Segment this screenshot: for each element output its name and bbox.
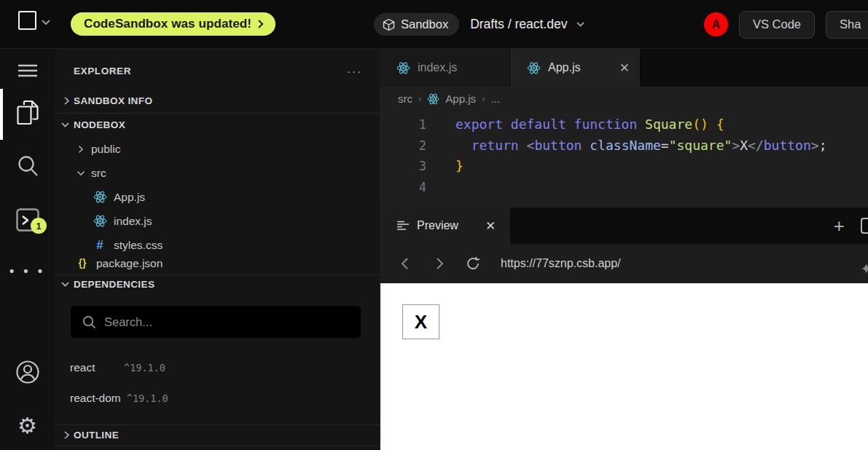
explorer-more-button[interactable]: ··· bbox=[347, 65, 362, 77]
code-editor[interactable]: 1export default function Square() {2 ret… bbox=[380, 111, 868, 218]
tab-label: App.js bbox=[548, 61, 580, 74]
dependency-version: ^19.1.0 bbox=[124, 362, 165, 374]
search-view-button[interactable] bbox=[0, 149, 55, 183]
sparkle-icon[interactable]: ✦ bbox=[860, 260, 868, 277]
chevron-right-icon bbox=[60, 96, 72, 106]
terminal-count-badge: 1 bbox=[31, 218, 47, 234]
search-placeholder: Search... bbox=[104, 315, 152, 329]
chevron-left-icon bbox=[401, 257, 409, 270]
chevron-right-icon bbox=[60, 430, 72, 440]
section-outline[interactable]: OUTLINE bbox=[55, 425, 380, 446]
chevron-right-icon bbox=[75, 145, 87, 154]
vs-code-button[interactable]: VS Code bbox=[739, 11, 815, 39]
chevron-down-icon bbox=[59, 122, 71, 128]
terminal-view-button[interactable] bbox=[0, 203, 55, 237]
react-icon bbox=[93, 215, 107, 227]
menu-button[interactable] bbox=[0, 54, 55, 87]
editor-tab-strip: index.jsApp.js✕ bbox=[380, 49, 868, 87]
refresh-icon bbox=[466, 256, 480, 271]
json-icon: {} bbox=[79, 257, 87, 269]
breadcrumb[interactable]: src › App.js › ... bbox=[380, 87, 868, 111]
react-icon bbox=[396, 62, 410, 74]
sandbox-badge[interactable]: Sandbox bbox=[374, 13, 459, 36]
gear-icon: ⚙ bbox=[17, 413, 37, 438]
preview-console-icon bbox=[397, 221, 409, 231]
sandbox-badge-label: Sandbox bbox=[401, 17, 448, 31]
preview-square-button[interactable]: X bbox=[402, 304, 439, 339]
dependency-name: react bbox=[70, 361, 118, 374]
chevron-down-icon[interactable] bbox=[41, 19, 51, 25]
preview-url-bar: https://77sznp.csb.app/ ✦ bbox=[380, 244, 868, 283]
back-button[interactable] bbox=[397, 257, 412, 270]
tree-item-label: package.json bbox=[96, 257, 163, 270]
editor-tab-index-js[interactable]: index.js bbox=[380, 49, 510, 87]
add-preview-button[interactable]: + bbox=[834, 216, 845, 235]
explorer-view-button[interactable] bbox=[0, 96, 55, 130]
react-icon bbox=[427, 93, 439, 105]
tree-item-label: src bbox=[91, 167, 106, 180]
preview-tab-strip: Preview ✕ + bbox=[380, 208, 868, 244]
chevron-right-icon bbox=[436, 257, 444, 270]
editor-tab-App-js[interactable]: App.js✕ bbox=[510, 49, 641, 87]
chevron-right-icon: › bbox=[418, 93, 421, 104]
preview-viewport: X bbox=[380, 283, 868, 450]
section-nodebox[interactable]: NODEBOX bbox=[55, 113, 380, 137]
css-icon: # bbox=[96, 238, 103, 253]
share-button[interactable]: Sha bbox=[826, 11, 868, 39]
search-icon bbox=[82, 315, 96, 329]
react-icon bbox=[93, 191, 107, 203]
update-banner[interactable]: CodeSandbox was updated! bbox=[71, 12, 275, 36]
tree-item-App-js[interactable]: App.js bbox=[55, 185, 380, 209]
tree-item-label: styles.css bbox=[114, 239, 163, 252]
section-sandbox-info[interactable]: SANDBOX INFO bbox=[55, 89, 380, 113]
tree-item-public[interactable]: public bbox=[55, 137, 380, 161]
account-icon bbox=[15, 360, 40, 384]
code-line-1: 1export default function Square() { bbox=[380, 114, 868, 135]
settings-button[interactable]: ⚙ bbox=[0, 408, 55, 442]
chevron-right-icon: › bbox=[482, 93, 485, 104]
close-icon[interactable]: ✕ bbox=[485, 218, 496, 234]
tree-item-src[interactable]: src bbox=[55, 161, 380, 185]
line-number: 2 bbox=[380, 135, 426, 157]
explorer-title: EXPLORER bbox=[74, 66, 347, 76]
workspace-breadcrumb[interactable]: Drafts / react.dev bbox=[470, 17, 585, 32]
files-icon bbox=[17, 100, 39, 125]
tree-item-index-js[interactable]: index.js bbox=[55, 209, 380, 233]
line-number: 1 bbox=[380, 114, 426, 135]
avatar[interactable]: A bbox=[704, 12, 728, 36]
codesandbox-logo[interactable] bbox=[18, 11, 36, 30]
code-line-3: 3} bbox=[380, 156, 868, 177]
forward-button[interactable] bbox=[432, 257, 447, 270]
chevron-down-icon bbox=[576, 21, 585, 28]
hamburger-icon bbox=[18, 64, 37, 77]
line-number: 4 bbox=[380, 177, 426, 198]
section-dependencies[interactable]: DEPENDENCIES bbox=[55, 275, 380, 294]
line-number: 3 bbox=[380, 156, 426, 177]
more-views-button[interactable]: • • • bbox=[0, 254, 55, 288]
react-icon bbox=[527, 62, 541, 74]
tree-item-styles-css[interactable]: #styles.css bbox=[55, 233, 380, 257]
search-icon bbox=[17, 155, 39, 177]
tree-item-package-json[interactable]: {}package.json bbox=[55, 257, 380, 275]
tree-item-label: public bbox=[91, 143, 121, 156]
tree-item-label: index.js bbox=[114, 215, 152, 228]
dependency-search-input[interactable]: Search... bbox=[71, 306, 361, 338]
account-button[interactable] bbox=[0, 355, 55, 389]
code-line-4: 4 bbox=[380, 177, 868, 198]
refresh-button[interactable] bbox=[466, 256, 480, 271]
chevron-down-icon bbox=[59, 281, 71, 288]
preview-url[interactable]: https://77sznp.csb.app/ bbox=[501, 257, 621, 270]
tab-label: index.js bbox=[418, 61, 457, 74]
cube-icon bbox=[383, 18, 395, 31]
open-in-new-window-icon[interactable] bbox=[861, 218, 868, 234]
chevron-right-icon bbox=[257, 19, 264, 29]
activity-bar: 1 • • • ⚙ bbox=[0, 49, 55, 450]
dependency-row-react-dom[interactable]: react-dom^19.1.0 bbox=[55, 386, 380, 411]
explorer-sidebar: EXPLORER ··· SANDBOX INFO NODEBOX public… bbox=[55, 49, 380, 450]
update-banner-label: CodeSandbox was updated! bbox=[84, 17, 251, 31]
tree-item-label: App.js bbox=[114, 191, 145, 204]
close-icon[interactable]: ✕ bbox=[619, 60, 630, 76]
dependency-row-react[interactable]: react^19.1.0 bbox=[55, 355, 380, 380]
chevron-down-icon bbox=[75, 170, 87, 176]
preview-tab[interactable]: Preview ✕ bbox=[380, 208, 510, 244]
